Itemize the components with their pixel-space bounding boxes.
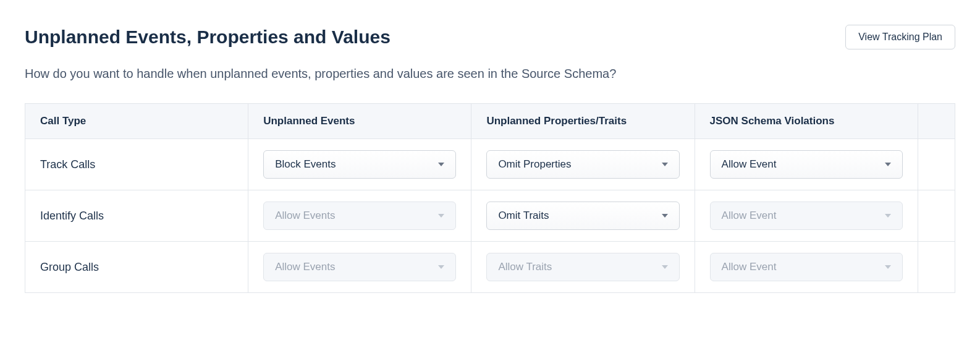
dropdown-identify-json: Allow Event [710,202,903,230]
view-tracking-plan-button[interactable]: View Tracking Plan [845,25,955,49]
dropdown-value: Allow Event [722,261,777,273]
page-title: Unplanned Events, Properties and Values [25,27,391,48]
dropdown-value: Allow Event [722,210,777,222]
dropdown-identify-events: Allow Events [263,202,456,230]
dropdown-value: Block Events [275,158,336,171]
dropdown-track-json[interactable]: Allow Event [710,150,903,179]
dropdown-value: Allow Events [275,210,335,222]
chevron-down-icon [438,265,444,269]
table-row: Track Calls Block Events Omit Properties… [25,139,955,190]
chevron-down-icon [662,214,668,218]
column-header-unplanned-events: Unplanned Events [248,104,471,139]
column-header-extra [918,104,955,139]
table-row: Identify Calls Allow Events Omit Traits … [25,190,955,242]
chevron-down-icon [438,163,444,166]
row-label-group: Group Calls [40,261,99,273]
column-header-json-violations: JSON Schema Violations [695,104,918,139]
row-label-identify: Identify Calls [40,210,104,222]
chevron-down-icon [662,265,668,269]
chevron-down-icon [438,214,444,218]
dropdown-group-events: Allow Events [263,253,456,281]
chevron-down-icon [885,163,891,166]
row-label-track: Track Calls [40,158,95,171]
page-description: How do you want to handle when unplanned… [25,67,955,81]
table-row: Group Calls Allow Events Allow Traits Al… [25,242,955,293]
dropdown-group-properties: Allow Traits [486,253,679,281]
dropdown-identify-properties[interactable]: Omit Traits [486,202,679,230]
chevron-down-icon [885,265,891,269]
chevron-down-icon [662,163,668,166]
column-header-unplanned-properties: Unplanned Properties/Traits [471,104,695,139]
settings-table: Call Type Unplanned Events Unplanned Pro… [25,103,955,293]
dropdown-value: Allow Traits [498,261,552,273]
dropdown-track-properties[interactable]: Omit Properties [486,150,679,179]
column-header-call-type: Call Type [25,104,248,139]
dropdown-value: Allow Event [722,158,777,171]
dropdown-track-events[interactable]: Block Events [263,150,456,179]
dropdown-value: Allow Events [275,261,335,273]
dropdown-group-json: Allow Event [710,253,903,281]
dropdown-value: Omit Properties [498,158,571,171]
dropdown-value: Omit Traits [498,210,549,222]
chevron-down-icon [885,214,891,218]
